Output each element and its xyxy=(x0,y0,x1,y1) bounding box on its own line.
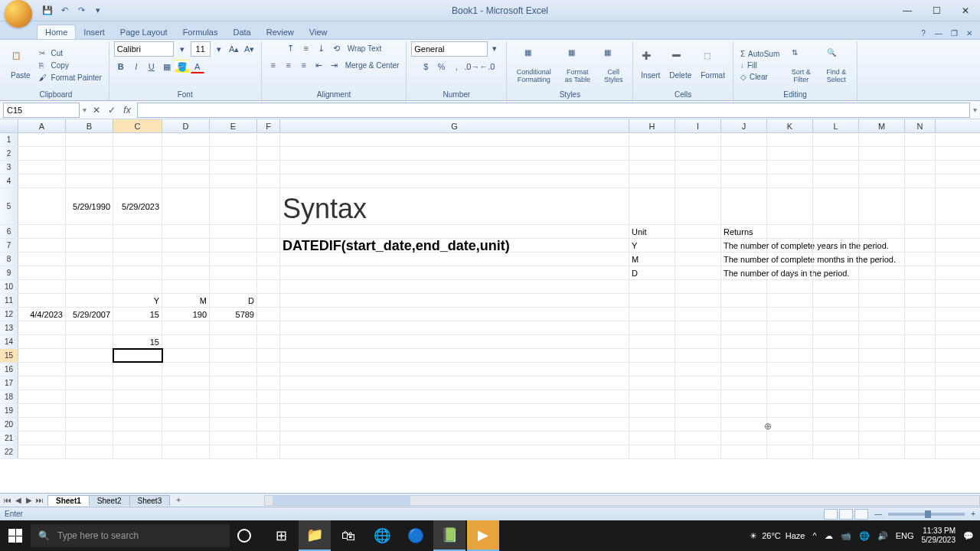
zoom-slider[interactable] xyxy=(888,513,965,516)
cell-M4[interactable] xyxy=(859,174,905,187)
cell-L14[interactable] xyxy=(813,335,859,348)
cell-F2[interactable] xyxy=(257,147,280,160)
cell-F3[interactable] xyxy=(257,161,280,174)
underline-button[interactable]: U xyxy=(145,60,158,73)
row-header[interactable]: 12 xyxy=(0,308,18,321)
cell-C5[interactable]: 5/29/2023 xyxy=(113,188,162,224)
cell-M13[interactable] xyxy=(859,321,905,334)
cell-B1[interactable] xyxy=(66,133,113,146)
formula-input[interactable] xyxy=(137,103,970,118)
cell-L18[interactable] xyxy=(813,390,859,403)
minimize-button[interactable]: — xyxy=(896,4,919,18)
fill-color-button[interactable]: 🪣 xyxy=(175,60,189,73)
col-header-G[interactable]: G xyxy=(280,119,629,132)
cell-E1[interactable] xyxy=(210,133,257,146)
cell-I20[interactable] xyxy=(675,418,721,431)
cell-M10[interactable] xyxy=(859,280,905,293)
cell-D4[interactable] xyxy=(162,174,210,187)
cell-E14[interactable] xyxy=(210,335,257,348)
align-center-icon[interactable]: ≡ xyxy=(282,58,296,72)
cell-B11[interactable] xyxy=(66,294,113,307)
cell-H9[interactable]: D xyxy=(629,266,675,279)
row-header[interactable]: 20 xyxy=(0,418,18,431)
cell-N18[interactable] xyxy=(905,390,936,403)
cell-G20[interactable] xyxy=(280,418,629,431)
close-workbook-icon[interactable]: ✕ xyxy=(963,27,975,39)
cell-F16[interactable] xyxy=(257,363,280,376)
cell-M22[interactable] xyxy=(859,445,905,458)
cell-A22[interactable] xyxy=(18,445,66,458)
cell-K2[interactable] xyxy=(767,147,813,160)
cell-C15[interactable] xyxy=(113,349,162,362)
align-middle-icon[interactable]: ≡ xyxy=(299,41,313,55)
cell-B18[interactable] xyxy=(66,390,113,403)
cell-K14[interactable] xyxy=(767,335,813,348)
cell-D5[interactable] xyxy=(162,188,210,224)
cell-J20[interactable] xyxy=(721,418,767,431)
cell-C9[interactable] xyxy=(113,266,162,279)
cell-G2[interactable] xyxy=(280,147,629,160)
cell-G4[interactable] xyxy=(280,174,629,187)
cell-I9[interactable] xyxy=(675,266,721,279)
cell-F7[interactable] xyxy=(257,239,280,252)
cell-A5[interactable] xyxy=(18,188,66,224)
col-header-B[interactable]: B xyxy=(66,119,113,132)
cell-E5[interactable] xyxy=(210,188,257,224)
cell-L3[interactable] xyxy=(813,161,859,174)
row-header[interactable]: 21 xyxy=(0,432,18,445)
grow-font-icon[interactable]: A▴ xyxy=(227,42,241,56)
cell-I3[interactable] xyxy=(675,161,721,174)
cell-A14[interactable] xyxy=(18,335,66,348)
cell-H10[interactable] xyxy=(629,280,675,293)
cell-D16[interactable] xyxy=(162,363,210,376)
format-as-table-button[interactable]: ▦Format as Table xyxy=(559,47,596,85)
cell-A2[interactable] xyxy=(18,147,66,160)
cell-E7[interactable] xyxy=(210,239,257,252)
cell-K18[interactable] xyxy=(767,390,813,403)
cell-K21[interactable] xyxy=(767,432,813,445)
cell-J6[interactable]: Returns xyxy=(721,225,767,238)
cell-B19[interactable] xyxy=(66,404,113,417)
cell-D10[interactable] xyxy=(162,280,210,293)
enter-icon[interactable]: ✓ xyxy=(105,103,119,117)
cell-J7[interactable]: The number of complete years in the peri… xyxy=(721,239,767,252)
cell-K16[interactable] xyxy=(767,363,813,376)
clock[interactable]: 11:33 PM 5/29/2023 xyxy=(922,527,956,545)
font-name-input[interactable] xyxy=(114,41,174,57)
cell-K22[interactable] xyxy=(767,445,813,458)
cell-M20[interactable] xyxy=(859,418,905,431)
cell-G17[interactable] xyxy=(280,377,629,390)
row-header[interactable]: 15 xyxy=(0,349,18,362)
sheet-tab-1[interactable]: Sheet1 xyxy=(47,495,90,506)
cell-N12[interactable] xyxy=(905,308,936,321)
cell-M1[interactable] xyxy=(859,133,905,146)
cell-A17[interactable] xyxy=(18,377,66,390)
cell-I4[interactable] xyxy=(675,174,721,187)
cell-E12[interactable]: 5789 xyxy=(210,308,257,321)
cortana-icon[interactable] xyxy=(237,529,251,543)
cell-L6[interactable] xyxy=(813,225,859,238)
row-header[interactable]: 7 xyxy=(0,239,18,252)
row-header[interactable]: 22 xyxy=(0,445,18,458)
cell-N7[interactable] xyxy=(905,239,936,252)
cell-H6[interactable]: Unit xyxy=(629,225,675,238)
decrease-decimal-icon[interactable]: ←.0 xyxy=(480,60,494,73)
name-box[interactable] xyxy=(3,103,80,118)
cell-E21[interactable] xyxy=(210,432,257,445)
cell-C18[interactable] xyxy=(113,390,162,403)
cell-K15[interactable] xyxy=(767,349,813,362)
cell-L19[interactable] xyxy=(813,404,859,417)
cell-I5[interactable] xyxy=(675,188,721,224)
fx-icon[interactable]: fx xyxy=(120,103,134,117)
cell-K13[interactable] xyxy=(767,321,813,334)
cell-B8[interactable] xyxy=(66,253,113,266)
cell-B16[interactable] xyxy=(66,363,113,376)
row-header[interactable]: 2 xyxy=(0,147,18,160)
cell-G16[interactable] xyxy=(280,363,629,376)
font-dropdown-icon[interactable]: ▾ xyxy=(175,42,189,56)
cell-M14[interactable] xyxy=(859,335,905,348)
cell-K3[interactable] xyxy=(767,161,813,174)
cell-A19[interactable] xyxy=(18,404,66,417)
row-header[interactable]: 8 xyxy=(0,253,18,266)
cell-N11[interactable] xyxy=(905,294,936,307)
